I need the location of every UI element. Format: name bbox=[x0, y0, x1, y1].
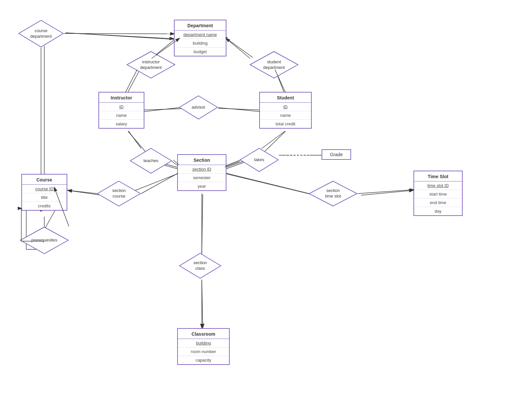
svg-line-48 bbox=[218, 108, 260, 112]
svg-line-45 bbox=[226, 38, 250, 58]
entity-student-attr-id: ID bbox=[260, 103, 311, 111]
svg-line-60 bbox=[202, 194, 203, 253]
diamond-teaches: teaches bbox=[130, 148, 172, 174]
entity-section-title: Section bbox=[178, 155, 226, 165]
diamond-section-timeslot-label: sectiontime slot bbox=[325, 188, 341, 199]
entity-section: Section section ID semester year bbox=[177, 154, 226, 191]
entity-instructor-attr-salary: salary bbox=[99, 120, 144, 128]
diamond-takes-label: takes bbox=[254, 157, 264, 163]
entity-classroom-attr-building: building bbox=[178, 339, 229, 347]
entity-department: Department department name building budg… bbox=[174, 20, 226, 56]
entity-classroom-attr-room: room number bbox=[178, 347, 229, 356]
entity-student: Student ID name total credit bbox=[259, 92, 312, 129]
diamond-section-course: sectioncourse bbox=[97, 180, 141, 207]
entity-classroom-title: Classroom bbox=[178, 329, 229, 339]
svg-line-59 bbox=[358, 190, 414, 194]
diamond-prerequesites-label: prerequesites bbox=[32, 238, 57, 243]
entity-classroom: Classroom building room number capacity bbox=[177, 328, 230, 365]
entity-timeslot-attr-id: time slot ID bbox=[414, 181, 462, 190]
svg-line-52 bbox=[262, 131, 285, 149]
svg-line-54 bbox=[225, 161, 240, 167]
svg-line-5 bbox=[223, 36, 253, 57]
entity-instructor-attr-name: name bbox=[99, 111, 144, 120]
entity-course: Course course ID title credits bbox=[21, 174, 67, 211]
svg-line-9 bbox=[218, 108, 259, 110]
svg-line-20 bbox=[361, 190, 413, 195]
entity-section-attr-year: year bbox=[178, 182, 226, 190]
entity-instructor: Instructor ID name salary bbox=[98, 92, 144, 129]
diamond-teaches-label: teaches bbox=[143, 158, 158, 164]
diamond-instructor-department-label: instructordepartment bbox=[140, 59, 162, 71]
entity-section-attr-id: section ID bbox=[178, 165, 226, 174]
entity-course-attr-id: course ID bbox=[22, 185, 67, 193]
diamond-advisor: advisor bbox=[179, 95, 218, 120]
diamond-advisor-label: advisor bbox=[192, 105, 205, 110]
diamond-course-department-label: coursedepartment bbox=[30, 28, 52, 39]
diamond-section-class: sectionclass bbox=[179, 253, 221, 279]
entity-course-attr-credits: credits bbox=[22, 202, 67, 210]
diamond-student-department-label: studentdepartment bbox=[263, 59, 285, 71]
er-diagram: Department department name building budg… bbox=[0, 0, 525, 420]
entity-timeslot-attr-end: end time bbox=[414, 199, 462, 207]
svg-line-41 bbox=[64, 33, 175, 34]
svg-line-53 bbox=[226, 160, 240, 166]
entity-course-title: Course bbox=[22, 175, 67, 185]
diamond-instructor-department: instructordepartment bbox=[126, 51, 176, 79]
svg-line-19 bbox=[226, 174, 315, 195]
entity-student-attr-totalcredit: total credit bbox=[260, 120, 311, 128]
diamond-section-class-label: sectionclass bbox=[193, 260, 207, 271]
entity-timeslot-title: Time Slot bbox=[414, 171, 462, 181]
entity-department-attr-budget: budget bbox=[175, 48, 226, 56]
entity-timeslot-attr-day: day bbox=[414, 207, 462, 215]
svg-line-58 bbox=[226, 173, 309, 194]
entity-timeslot: Time Slot time slot ID start time end ti… bbox=[413, 171, 463, 216]
entity-instructor-title: Instructor bbox=[99, 93, 144, 103]
entity-department-attr-name: department name bbox=[175, 31, 226, 39]
diamond-student-department: studentdepartment bbox=[249, 51, 299, 79]
svg-line-0 bbox=[66, 33, 174, 39]
svg-line-49 bbox=[129, 131, 141, 148]
diamond-prerequesites: prerequesites bbox=[20, 226, 69, 254]
svg-line-57 bbox=[68, 190, 97, 194]
entity-department-attr-building: building bbox=[175, 39, 226, 48]
svg-line-47 bbox=[144, 108, 179, 112]
entity-timeslot-attr-start: start time bbox=[414, 190, 462, 199]
diamond-course-department: coursedepartment bbox=[18, 20, 64, 48]
diamond-section-course-label: sectioncourse bbox=[112, 188, 126, 199]
svg-line-56 bbox=[141, 173, 178, 194]
diamond-takes: takes bbox=[240, 148, 279, 172]
entity-classroom-attr-capacity: capacity bbox=[178, 356, 229, 364]
entity-department-title: Department bbox=[175, 20, 226, 31]
svg-line-61 bbox=[202, 280, 203, 328]
entity-instructor-attr-id: ID bbox=[99, 103, 144, 111]
diamond-section-timeslot: sectiontime slot bbox=[308, 180, 358, 207]
entity-section-attr-semester: semester bbox=[178, 174, 226, 182]
entity-student-title: Student bbox=[260, 93, 311, 103]
entity-course-attr-title: title bbox=[22, 193, 67, 202]
label-grade: Grade bbox=[322, 149, 351, 160]
svg-line-29 bbox=[66, 33, 174, 39]
entity-student-attr-name: name bbox=[260, 111, 311, 120]
